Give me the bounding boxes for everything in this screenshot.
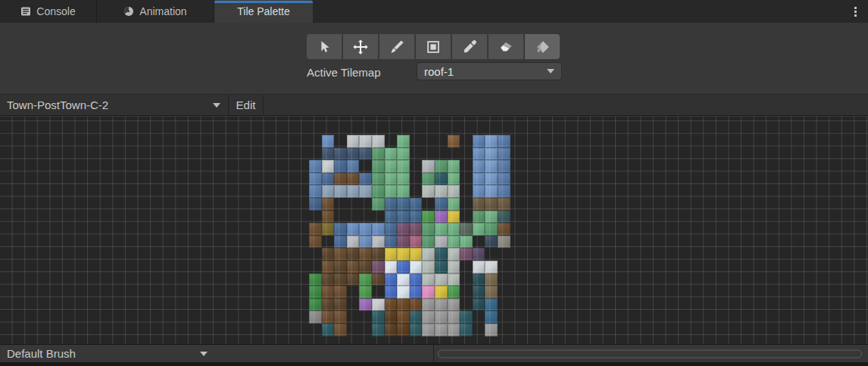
palette-dropdown[interactable]: Town-PostTown-C-2	[0, 95, 229, 115]
tileset-cell[interactable]	[322, 135, 335, 148]
tileset-cell[interactable]	[485, 173, 498, 186]
tileset-cell[interactable]	[473, 236, 486, 249]
tileset-cell[interactable]	[359, 185, 372, 198]
tileset-cell[interactable]	[410, 286, 423, 299]
tileset-cell[interactable]	[385, 135, 398, 148]
tileset-cell[interactable]	[460, 198, 473, 211]
tileset-cell[interactable]	[309, 299, 322, 311]
tileset-cell[interactable]	[359, 135, 372, 148]
tileset-cell[interactable]	[435, 223, 448, 236]
tileset-cell[interactable]	[322, 211, 335, 224]
tileset-cell[interactable]	[385, 261, 398, 274]
tileset-cell[interactable]	[460, 299, 473, 311]
tileset-cell[interactable]	[385, 311, 398, 324]
brush-dropdown[interactable]: Default Brush	[0, 345, 434, 362]
tileset-cell[interactable]	[347, 148, 360, 161]
tileset-cell[interactable]	[473, 261, 486, 274]
tileset-cell[interactable]	[322, 236, 335, 249]
tileset-cell[interactable]	[334, 286, 347, 299]
tileset-cell[interactable]	[410, 173, 423, 186]
tileset-cell[interactable]	[347, 173, 360, 186]
tileset-cell[interactable]	[385, 248, 398, 261]
tileset-cell[interactable]	[422, 148, 435, 161]
tileset-cell[interactable]	[422, 223, 435, 236]
tileset-cell[interactable]	[435, 286, 448, 299]
tileset-cell[interactable]	[334, 311, 347, 324]
tileset-cell[interactable]	[359, 261, 372, 274]
active-tilemap-dropdown[interactable]: roof-1	[417, 62, 562, 80]
tileset-cell[interactable]	[473, 311, 486, 324]
tileset-cell[interactable]	[435, 236, 448, 249]
tileset-cell[interactable]	[485, 299, 498, 311]
tileset-cell[interactable]	[460, 160, 473, 173]
tileset-cell[interactable]	[385, 173, 398, 186]
tileset-cell[interactable]	[385, 236, 398, 249]
tileset-cell[interactable]	[435, 185, 448, 198]
tileset-cell[interactable]	[322, 261, 335, 274]
tileset-cell[interactable]	[334, 148, 347, 161]
tileset-cell[interactable]	[410, 261, 423, 274]
tileset-cell[interactable]	[322, 299, 335, 311]
tileset-cell[interactable]	[498, 248, 510, 261]
tileset-cell[interactable]	[359, 148, 372, 161]
tileset-cell[interactable]	[372, 148, 385, 161]
tileset-cell[interactable]	[473, 286, 486, 299]
tileset-cell[interactable]	[435, 148, 448, 161]
tileset-cell[interactable]	[372, 135, 385, 148]
tileset-cell[interactable]	[309, 248, 322, 261]
tileset-cell[interactable]	[410, 185, 423, 198]
tileset-cell[interactable]	[485, 248, 498, 261]
tileset-cell[interactable]	[498, 148, 510, 161]
tileset-cell[interactable]	[435, 173, 448, 186]
tileset-cell[interactable]	[410, 311, 423, 324]
tileset-cell[interactable]	[359, 223, 372, 236]
tileset-cell[interactable]	[372, 299, 385, 311]
tileset-cell[interactable]	[473, 148, 486, 161]
tileset-cell[interactable]	[309, 173, 322, 186]
kebab-menu-icon[interactable]	[845, 0, 868, 23]
tileset-cell[interactable]	[422, 185, 435, 198]
tileset-cell[interactable]	[435, 311, 448, 324]
tab-animation[interactable]: Animation	[97, 0, 214, 23]
tileset-cell[interactable]	[322, 198, 335, 211]
tileset-cell[interactable]	[460, 324, 473, 336]
tileset-cell[interactable]	[422, 198, 435, 211]
tileset-cell[interactable]	[498, 211, 510, 224]
tileset-cell[interactable]	[410, 160, 423, 173]
tileset-cell[interactable]	[359, 274, 372, 286]
tile-palette-canvas[interactable]	[0, 117, 868, 344]
tileset-cell[interactable]	[498, 261, 510, 274]
tileset-cell[interactable]	[422, 236, 435, 249]
tileset-cell[interactable]	[460, 185, 473, 198]
tool-paint-button[interactable]	[379, 34, 414, 59]
tileset-cell[interactable]	[448, 185, 461, 198]
tileset-cell[interactable]	[322, 248, 335, 261]
tileset-cell[interactable]	[372, 223, 385, 236]
tileset-cell[interactable]	[347, 324, 360, 336]
tileset-cell[interactable]	[322, 160, 335, 173]
tileset-cell[interactable]	[473, 324, 486, 336]
tileset-cell[interactable]	[422, 299, 435, 311]
tileset-cell[interactable]	[372, 324, 385, 336]
tileset-cell[interactable]	[460, 236, 473, 249]
tileset-cell[interactable]	[347, 261, 360, 274]
tileset-cell[interactable]	[372, 236, 385, 249]
tileset-cell[interactable]	[347, 248, 360, 261]
tileset-cell[interactable]	[347, 286, 360, 299]
tileset-cell[interactable]	[397, 223, 410, 236]
tileset-cell[interactable]	[498, 185, 510, 198]
tileset-cell[interactable]	[322, 274, 335, 286]
tileset-cell[interactable]	[485, 311, 498, 324]
tileset-cell[interactable]	[473, 185, 486, 198]
tileset-cell[interactable]	[448, 299, 461, 311]
tileset-cell[interactable]	[435, 324, 448, 336]
tileset-cell[interactable]	[448, 261, 461, 274]
tileset-cell[interactable]	[334, 160, 347, 173]
tileset-cell[interactable]	[485, 223, 498, 236]
tileset-cell[interactable]	[359, 248, 372, 261]
tileset-cell[interactable]	[322, 223, 335, 236]
tileset-cell[interactable]	[347, 223, 360, 236]
tileset-cell[interactable]	[359, 311, 372, 324]
tileset-cell[interactable]	[322, 185, 335, 198]
tileset-cell[interactable]	[448, 198, 461, 211]
